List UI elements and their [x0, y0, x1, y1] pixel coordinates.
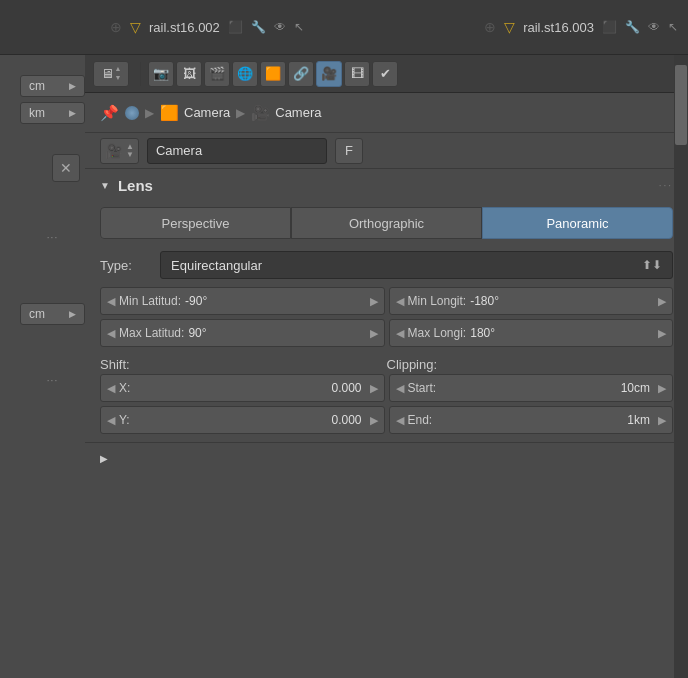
world-btn[interactable]: 🎬	[204, 61, 230, 87]
monitor-icon: 🖥	[101, 66, 114, 81]
cube-icon: 🟧	[160, 104, 179, 122]
y-label: Y:	[119, 413, 130, 427]
object-name-input[interactable]	[147, 138, 327, 164]
separator-icon: ⬛	[228, 20, 243, 34]
view-type-btn[interactable]: 🖥 ▲▼	[93, 61, 129, 87]
scrollbar-thumb[interactable]	[675, 65, 687, 145]
tool-icon-1[interactable]: 🔧	[251, 20, 266, 34]
max-lat-arrow-right-icon: ▶	[370, 327, 378, 340]
lat-lon-grid: ◀ Min Latitud: -90° ▶ ◀ Min Longit: -180…	[85, 287, 688, 347]
toolbar-section-1: 🖥 ▲▼	[93, 61, 129, 87]
shift-clipping-headers: Shift: Clipping:	[85, 351, 688, 374]
object-type-btn[interactable]: 🎥 ▲▼	[100, 138, 139, 164]
dots-2: ···	[20, 375, 85, 386]
material-btn[interactable]: 🎞	[344, 61, 370, 87]
camera-crumb-icon: 🎥	[251, 104, 270, 122]
min-lon-field[interactable]: ◀ Min Longit: -180° ▶	[389, 287, 674, 315]
start-arrow-right-icon: ▶	[658, 382, 666, 395]
tab-orthographic[interactable]: Orthographic	[291, 207, 482, 239]
type-value: Equirectangular	[171, 258, 262, 273]
start-arrow-left-icon: ◀	[396, 382, 404, 395]
scene-btn[interactable]: 🖼	[176, 61, 202, 87]
max-lat-label: Max Latitud:	[119, 326, 184, 340]
y-field[interactable]: ◀ Y: 0.000 ▶	[100, 406, 385, 434]
y-arrow-right-icon: ▶	[370, 414, 378, 427]
breadcrumb: 📌 ▶ 🟧 Camera ▶ 🎥 Camera	[85, 93, 688, 133]
start-field[interactable]: ◀ Start: 10cm ▶	[389, 374, 674, 402]
end-field[interactable]: ◀ End: 1km ▶	[389, 406, 674, 434]
min-lon-value: -180°	[470, 294, 499, 308]
min-lat-field[interactable]: ◀ Min Latitud: -90° ▶	[100, 287, 385, 315]
shift-header: Shift:	[100, 357, 387, 372]
camera-data-btn[interactable]: 🎥	[316, 61, 342, 87]
cursor-icon-2[interactable]: ↖	[668, 20, 678, 34]
globe-btn[interactable]: 🌐	[232, 61, 258, 87]
arrows-icon: ▲▼	[126, 143, 134, 159]
view-icon[interactable]: 👁	[274, 20, 286, 34]
type-row: Type: Equirectangular ⬆⬇	[85, 247, 688, 283]
cm-label-1[interactable]: cm ▶	[20, 75, 85, 97]
rail-item-2[interactable]: rail.st16.003	[523, 20, 594, 35]
fake-user-btn[interactable]: F	[335, 138, 363, 164]
breadcrumb-arrow-1: ▶	[145, 106, 154, 120]
type-dropdown[interactable]: Equirectangular ⬆⬇	[160, 251, 673, 279]
toolbar: 🖥 ▲▼ 📷 🖼 🎬 🌐 🟧 🔗 🎥 🎞 ✔	[85, 55, 688, 93]
divider-1	[140, 62, 141, 86]
end-label: End:	[408, 413, 433, 427]
min-lon-arrow-left-icon: ◀	[396, 295, 404, 308]
km-label[interactable]: km ▶	[20, 102, 85, 124]
xy-start-end-grid: ◀ X: 0.000 ▶ ◀ Start: 10cm ▶ ◀ Y: 0.000 …	[85, 374, 688, 434]
y-value: 0.000	[134, 413, 362, 427]
x-value: 0.000	[134, 381, 361, 395]
rail-item-1[interactable]: rail.st16.002	[149, 20, 220, 35]
main-panel: 🖥 ▲▼ 📷 🖼 🎬 🌐 🟧 🔗 🎥 🎞 ✔ 📌 ▶ 🟧 Camera	[85, 55, 688, 678]
max-lon-arrow-left-icon: ◀	[396, 327, 404, 340]
x-field[interactable]: ◀ X: 0.000 ▶	[100, 374, 385, 402]
lens-title: Lens	[118, 177, 153, 194]
cm-label-2[interactable]: cm ▶	[20, 303, 85, 325]
tab-perspective[interactable]: Perspective	[100, 207, 291, 239]
clipping-header: Clipping:	[387, 357, 674, 372]
rail-icon-2: ▽	[504, 19, 515, 35]
max-lon-label: Max Longi:	[408, 326, 467, 340]
camera-type-icon: 🎥	[105, 143, 122, 159]
node-icon	[125, 106, 139, 120]
pin-icon[interactable]: 📌	[100, 104, 119, 122]
y-arrow-left-icon: ◀	[107, 414, 115, 427]
constraint-btn[interactable]: 🔗	[288, 61, 314, 87]
close-button[interactable]: ✕	[52, 154, 80, 182]
object-row: 🎥 ▲▼ F	[85, 133, 688, 169]
breadcrumb-camera-label-2: Camera	[275, 105, 321, 120]
perspective-tab-label: Perspective	[162, 216, 230, 231]
section-triangle-icon: ▼	[100, 180, 110, 191]
x-arrow-left-icon: ◀	[107, 382, 115, 395]
object-btn[interactable]: 🟧	[260, 61, 286, 87]
breadcrumb-camera-2[interactable]: 🎥 Camera	[251, 104, 321, 122]
render-btn[interactable]: 📷	[148, 61, 174, 87]
bottom-triangle-icon: ▶	[100, 453, 108, 464]
x-label: X:	[119, 381, 130, 395]
max-lat-value: 90°	[188, 326, 206, 340]
f-label: F	[345, 143, 353, 158]
check-btn[interactable]: ✔	[372, 61, 398, 87]
min-lon-arrow-right-icon: ▶	[658, 295, 666, 308]
max-lon-value: 180°	[470, 326, 495, 340]
separator-2-icon: ⬛	[602, 20, 617, 34]
max-lat-field[interactable]: ◀ Max Latitud: 90° ▶	[100, 319, 385, 347]
view-icon-2[interactable]: 👁	[648, 20, 660, 34]
dots-1: ···	[20, 232, 85, 243]
dropdown-arrow-icon: ⬆⬇	[642, 258, 662, 272]
bottom-section[interactable]: ▶	[85, 447, 688, 470]
breadcrumb-camera-1[interactable]: 🟧 Camera	[160, 104, 230, 122]
end-arrow-right-icon: ▶	[658, 414, 666, 427]
tool-icon-2[interactable]: 🔧	[625, 20, 640, 34]
max-lon-field[interactable]: ◀ Max Longi: 180° ▶	[389, 319, 674, 347]
tab-panoramic[interactable]: Panoramic	[482, 207, 673, 239]
scrollbar[interactable]	[674, 55, 688, 678]
cursor-icon[interactable]: ↖	[294, 20, 304, 34]
rail-icon-1: ▽	[130, 19, 141, 35]
lens-section-header[interactable]: ▼ Lens ···	[85, 169, 688, 202]
min-lat-value: -90°	[185, 294, 207, 308]
section-divider	[85, 442, 688, 443]
end-value: 1km	[436, 413, 650, 427]
